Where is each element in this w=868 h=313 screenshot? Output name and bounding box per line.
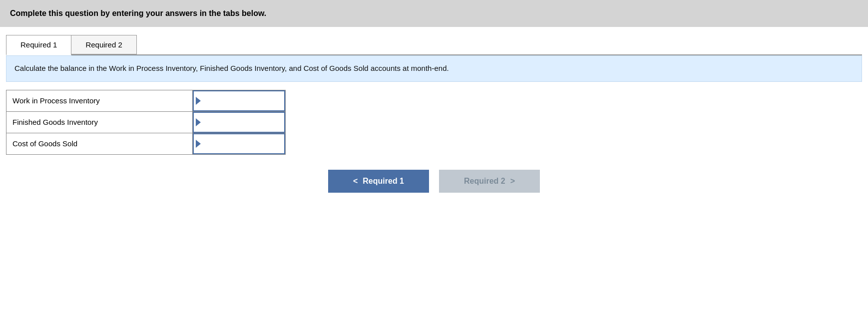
arrow-indicator-1 <box>196 97 201 105</box>
prev-button-label: Required 1 <box>363 177 404 186</box>
work-in-process-input[interactable] <box>201 91 284 110</box>
next-button[interactable]: Required 2 > <box>439 170 540 193</box>
finished-goods-label: Finished Goods Inventory <box>6 111 193 133</box>
arrow-indicator-3 <box>196 140 201 148</box>
tabs-container: Required 1 Required 2 <box>6 35 862 55</box>
cost-of-goods-sold-input-cell <box>192 133 285 154</box>
work-in-process-input-cell <box>192 90 285 111</box>
description-text: Calculate the balance in the Work in Pro… <box>14 64 449 72</box>
cost-of-goods-sold-label: Cost of Goods Sold <box>6 133 193 154</box>
tab-required2[interactable]: Required 2 <box>71 35 136 54</box>
cost-of-goods-sold-input[interactable] <box>201 134 284 153</box>
next-arrow-icon: > <box>510 177 515 186</box>
buttons-row: < Required 1 Required 2 > <box>0 170 868 208</box>
prev-arrow-icon: < <box>353 177 358 186</box>
table-row: Finished Goods Inventory <box>6 111 286 133</box>
next-button-label: Required 2 <box>464 177 505 186</box>
finished-goods-input[interactable] <box>201 113 284 132</box>
description-box: Calculate the balance in the Work in Pro… <box>6 55 862 82</box>
arrow-indicator-2 <box>196 118 201 126</box>
table-row: Work in Process Inventory <box>6 90 286 111</box>
table-row: Cost of Goods Sold <box>6 133 286 154</box>
header-banner: Complete this question by entering your … <box>0 0 868 27</box>
finished-goods-input-cell <box>192 111 285 133</box>
inventory-table: Work in Process Inventory Finished Goods… <box>6 90 286 155</box>
table-section: Work in Process Inventory Finished Goods… <box>6 90 862 155</box>
prev-button[interactable]: < Required 1 <box>328 170 429 193</box>
tab-required1[interactable]: Required 1 <box>6 35 71 55</box>
work-in-process-label: Work in Process Inventory <box>6 90 193 111</box>
header-title: Complete this question by entering your … <box>10 9 266 17</box>
